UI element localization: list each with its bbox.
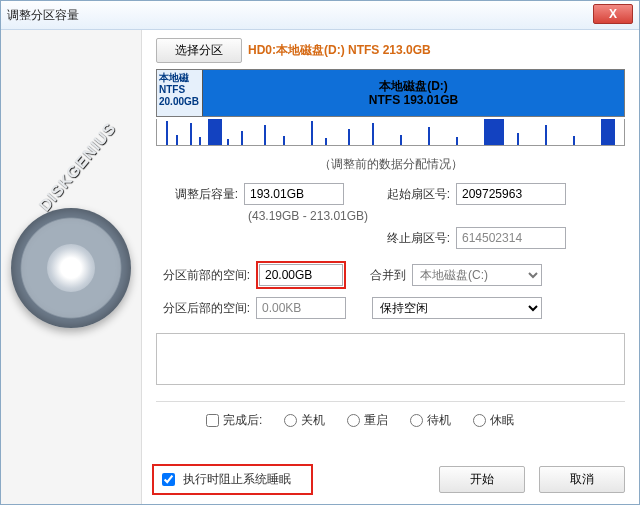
- prevent-sleep-label: 执行时阻止系统睡眠: [183, 471, 291, 488]
- space-before-label: 分区前部的空间:: [156, 267, 250, 284]
- end-sector-label: 终止扇区号:: [382, 230, 450, 247]
- after-complete-row: 完成后: 关机 重启 待机 休眠: [206, 412, 625, 429]
- radio-hibernate-label: 休眠: [490, 412, 514, 429]
- radio-shutdown-label: 关机: [301, 412, 325, 429]
- seg-main-fs-size: NTFS 193.01GB: [369, 93, 458, 107]
- brand-text: DISKGENIUS: [36, 119, 120, 215]
- start-sector-label: 起始扇区号:: [382, 186, 450, 203]
- size-after-input[interactable]: [244, 183, 344, 205]
- prevent-sleep-checkbox[interactable]: [162, 473, 175, 486]
- merge-to-label: 合并到: [370, 267, 406, 284]
- radio-standby[interactable]: [410, 414, 423, 427]
- radio-reboot[interactable]: [347, 414, 360, 427]
- end-sector-input[interactable]: [456, 227, 566, 249]
- titlebar: 调整分区容量 X: [1, 1, 639, 30]
- partition-segment-before[interactable]: 本地磁 NTFS 20.00GB: [157, 70, 203, 116]
- seg-before-name: 本地磁: [159, 72, 200, 84]
- main-panel: 选择分区 HD0:本地磁盘(D:) NTFS 213.0GB 本地磁 NTFS …: [142, 30, 639, 505]
- partition-segment-main[interactable]: 本地磁盘(D:) NTFS 193.01GB: [203, 70, 624, 116]
- space-after-input[interactable]: [256, 297, 346, 319]
- partition-bar[interactable]: 本地磁 NTFS 20.00GB 本地磁盘(D:) NTFS 193.01GB: [156, 69, 625, 117]
- start-sector-input[interactable]: [456, 183, 566, 205]
- seg-before-fs: NTFS: [159, 84, 200, 96]
- seg-before-size: 20.00GB: [159, 96, 200, 108]
- radio-reboot-label: 重启: [364, 412, 388, 429]
- caption-before-adjust: （调整前的数据分配情况）: [156, 156, 625, 173]
- size-range-hint: (43.19GB - 213.01GB): [248, 209, 625, 223]
- keep-free-select[interactable]: 保持空闲: [372, 297, 542, 319]
- space-before-highlight: [256, 261, 346, 289]
- start-button[interactable]: 开始: [439, 466, 525, 493]
- prevent-sleep-highlight: 执行时阻止系统睡眠: [152, 464, 313, 495]
- usage-strip: [156, 119, 625, 146]
- merge-to-select[interactable]: 本地磁盘(C:): [412, 264, 542, 286]
- disk-icon: [11, 208, 131, 328]
- space-after-label: 分区后部的空间:: [156, 300, 250, 317]
- footer: 执行时阻止系统睡眠 开始 取消: [142, 456, 639, 505]
- sidebar-illustration: DISKGENIUS: [1, 30, 142, 505]
- window-title: 调整分区容量: [7, 7, 79, 24]
- seg-main-name: 本地磁盘(D:): [379, 79, 448, 93]
- radio-hibernate[interactable]: [473, 414, 486, 427]
- hd0-label: HD0:本地磁盘(D:) NTFS 213.0GB: [248, 42, 431, 59]
- select-partition-button[interactable]: 选择分区: [156, 38, 242, 63]
- after-complete-checkbox[interactable]: [206, 414, 219, 427]
- resize-partition-dialog: 调整分区容量 X DISKGENIUS 选择分区 HD0:本地磁盘(D:) NT…: [0, 0, 640, 505]
- radio-shutdown[interactable]: [284, 414, 297, 427]
- size-after-label: 调整后容量:: [156, 186, 238, 203]
- cancel-button[interactable]: 取消: [539, 466, 625, 493]
- close-icon: X: [609, 7, 617, 21]
- log-output: [156, 333, 625, 385]
- after-complete-label: 完成后:: [223, 412, 262, 429]
- radio-standby-label: 待机: [427, 412, 451, 429]
- space-before-input[interactable]: [259, 264, 343, 286]
- close-button[interactable]: X: [593, 4, 633, 24]
